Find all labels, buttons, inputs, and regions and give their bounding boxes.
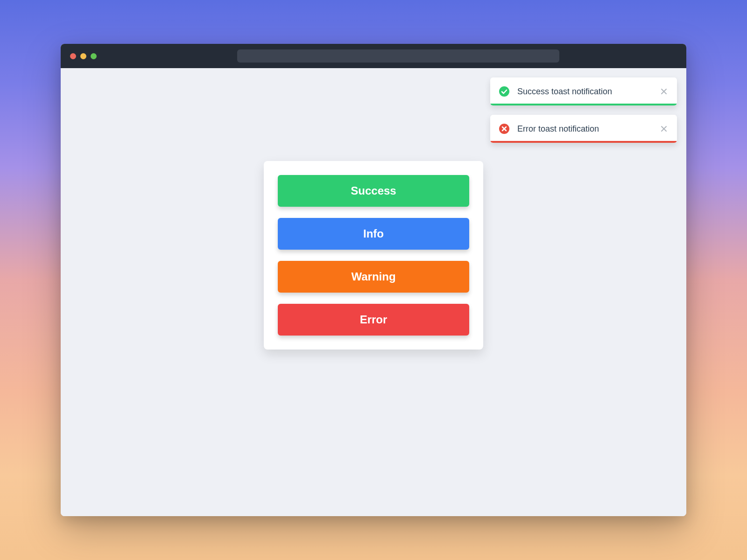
error-circle-icon xyxy=(499,123,510,134)
toast-accent-bar xyxy=(490,141,677,143)
button-card: Success Info Warning Error xyxy=(264,161,483,350)
check-circle-icon xyxy=(499,86,510,97)
window-maximize-icon[interactable] xyxy=(91,53,97,59)
toast-message: Success toast notification xyxy=(517,87,652,97)
browser-window: Success toast notification Error toast n… xyxy=(61,44,686,516)
page-content: Success toast notification Error toast n… xyxy=(61,68,686,516)
error-button[interactable]: Error xyxy=(278,304,469,336)
browser-header xyxy=(61,44,686,68)
svg-point-0 xyxy=(499,86,509,97)
close-icon[interactable] xyxy=(659,124,669,133)
toast-success: Success toast notification xyxy=(490,77,677,105)
warning-button[interactable]: Warning xyxy=(278,261,469,293)
toast-container: Success toast notification Error toast n… xyxy=(490,77,677,143)
address-bar[interactable] xyxy=(237,49,559,63)
window-minimize-icon[interactable] xyxy=(80,53,86,59)
toast-error: Error toast notification xyxy=(490,115,677,143)
toast-accent-bar xyxy=(490,104,677,105)
toast-message: Error toast notification xyxy=(517,124,652,134)
info-button[interactable]: Info xyxy=(278,218,469,250)
close-icon[interactable] xyxy=(659,87,669,96)
window-controls xyxy=(70,53,97,59)
success-button[interactable]: Success xyxy=(278,175,469,207)
window-close-icon[interactable] xyxy=(70,53,76,59)
